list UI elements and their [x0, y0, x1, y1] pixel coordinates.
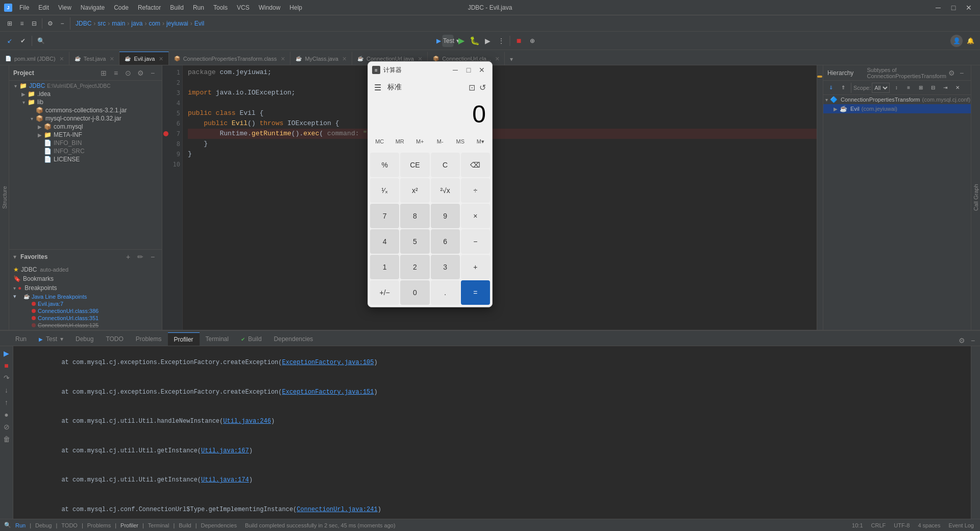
fav-edit-btn[interactable]: ✏: [135, 252, 145, 262]
project-expand-btn[interactable]: ⊞: [99, 68, 109, 78]
bp-evil-7[interactable]: Evil.java:7: [9, 300, 162, 307]
hier-subtypes-btn[interactable]: ⇓: [825, 82, 837, 93]
tab-evil-java[interactable]: ☕ Evil.java ×: [119, 52, 168, 65]
vcs-commit-btn[interactable]: ✔: [17, 35, 29, 46]
bottom-tab-todo[interactable]: TODO: [100, 332, 129, 346]
stop-btn[interactable]: ■: [513, 35, 525, 46]
calc-mc-btn[interactable]: MC: [370, 134, 389, 149]
calc-divide-btn[interactable]: ÷: [461, 178, 490, 203]
more-tabs-btn[interactable]: ▾: [506, 54, 517, 65]
position-indicator[interactable]: 10:1: [850, 522, 865, 528]
tab-pom-xml[interactable]: 📄 pom.xml (JDBC) ×: [0, 52, 69, 65]
tree-item-lib[interactable]: ▾ 📁 lib: [9, 98, 162, 106]
hier-btn1[interactable]: ↕: [891, 82, 902, 93]
collapse-btn[interactable]: ⊟: [29, 18, 40, 29]
run-step-out-btn[interactable]: ↑: [2, 397, 12, 407]
hier-btn4[interactable]: ⊟: [927, 82, 939, 93]
calc-mode-switch-icon[interactable]: ⊡: [469, 83, 475, 92]
tab-conn-transform-close[interactable]: ×: [281, 55, 285, 63]
fav-item-bookmarks[interactable]: 🔖 Bookmarks: [9, 274, 162, 283]
bottom-tab-test-arrow[interactable]: ▾: [60, 335, 63, 343]
breadcrumb-jeyiuwai[interactable]: jeyiuwai: [166, 20, 188, 27]
tree-item-jdbc-root[interactable]: ▾ 📁 JDBC E:\VuIn\IDEA_Project\JDBC: [9, 82, 162, 90]
search-everywhere-btn[interactable]: 🔍: [35, 35, 46, 46]
hier-btn5[interactable]: ⇥: [940, 82, 951, 93]
tab-myclass-java-close[interactable]: ×: [342, 55, 347, 63]
hier-btn2[interactable]: ≡: [903, 82, 914, 93]
debug-status-btn[interactable]: Debug: [35, 522, 52, 528]
tree-item-commons-jar[interactable]: ▶ 📦 commons-collections-3.2.1.jar: [9, 106, 162, 114]
calc-square-btn[interactable]: x²: [400, 178, 429, 203]
attach-debugger-btn[interactable]: ⊕: [527, 35, 538, 46]
more-run-btn[interactable]: ⋮: [496, 35, 507, 46]
calc-8-btn[interactable]: 8: [400, 204, 429, 228]
hierarchy-close-btn[interactable]: −: [957, 68, 967, 78]
calc-0-btn[interactable]: 0: [400, 280, 429, 305]
out-link-4[interactable]: Util.java:167: [201, 447, 249, 454]
menu-navigate[interactable]: Navigate: [77, 3, 109, 12]
calc-6-btn[interactable]: 6: [431, 229, 460, 254]
calc-ce-btn[interactable]: CE: [400, 153, 429, 177]
search-status-icon[interactable]: 🔍: [4, 522, 11, 528]
hier-scope-select[interactable]: All: [872, 83, 890, 93]
calc-close-btn[interactable]: ✕: [476, 65, 488, 75]
calc-backspace-btn[interactable]: ⌫: [461, 153, 490, 177]
tab-test-java-close[interactable]: ×: [110, 55, 114, 63]
close-button[interactable]: ✕: [962, 2, 976, 13]
menu-vcs[interactable]: VCS: [233, 3, 254, 12]
bottom-close-btn[interactable]: −: [968, 335, 978, 346]
run-clear-btn[interactable]: 🗑: [2, 434, 12, 444]
terminal-status-btn[interactable]: Terminal: [148, 522, 169, 528]
bottom-tab-run[interactable]: Run: [9, 332, 33, 346]
todo-status-btn[interactable]: TODO: [61, 522, 78, 528]
calc-maximize-btn[interactable]: □: [462, 65, 475, 75]
fav-remove-btn[interactable]: −: [148, 252, 158, 262]
bottom-tab-debug[interactable]: Debug: [69, 332, 100, 346]
calc-7-btn[interactable]: 7: [370, 204, 399, 228]
tree-item-infosrc[interactable]: ▶ 📄 INFO_SRC: [9, 147, 162, 155]
breadcrumb-src[interactable]: src: [97, 20, 106, 27]
hierarchy-gear-btn[interactable]: ⚙: [946, 68, 957, 78]
out-link-1[interactable]: ExceptionFactory.java:105: [282, 359, 374, 366]
build-status-label[interactable]: Build: [179, 522, 191, 528]
calc-3-btn[interactable]: 3: [431, 255, 460, 279]
tree-item-mysql-jar[interactable]: ▾ 📦 mysql-connector-j-8.0.32.jar: [9, 114, 162, 123]
calc-sqrt-btn[interactable]: ²√x: [431, 178, 460, 203]
settings-gear-icon[interactable]: ⚙: [44, 18, 56, 29]
vcs-update-btn[interactable]: ↙: [4, 35, 15, 46]
project-view-btn[interactable]: ⊞: [4, 18, 15, 29]
run-status-btn[interactable]: Run: [15, 522, 26, 528]
calc-negate-btn[interactable]: +/−: [370, 280, 399, 305]
menu-window[interactable]: Window: [255, 3, 285, 12]
project-gear-btn[interactable]: ⚙: [135, 68, 145, 78]
run-step-into-btn[interactable]: ↓: [2, 385, 12, 395]
project-collapse-all-btn[interactable]: ≡: [111, 68, 121, 78]
calc-5-btn[interactable]: 5: [400, 229, 429, 254]
calc-ms-btn[interactable]: MS: [451, 134, 470, 149]
calc-history-btn[interactable]: ↺: [479, 83, 486, 92]
calc-c-btn[interactable]: C: [431, 153, 460, 177]
run-coverage-btn[interactable]: ▶: [482, 35, 494, 46]
run-step-over-btn[interactable]: ↷: [2, 373, 12, 383]
calc-mplus-btn[interactable]: M+: [410, 134, 430, 149]
bp-connurl-125[interactable]: ConnectionUrl.class:125: [9, 322, 162, 329]
hier-item-conntransform[interactable]: ▾ 🔷 ConnectionPropertiesTransform (com.m…: [823, 95, 971, 104]
breadcrumb-jdbc[interactable]: JDBC: [76, 20, 91, 27]
tree-item-infobin[interactable]: ▶ 📄 INFO_BIN: [9, 139, 162, 147]
out-link-2[interactable]: ExceptionFactory.java:151: [282, 389, 374, 396]
tree-item-license[interactable]: ▶ 📄 LICENSE: [9, 155, 162, 163]
tab-evil-java-close[interactable]: ×: [159, 55, 163, 63]
bp-group-java[interactable]: ▾ ☕ Java Line Breakpoints: [9, 293, 162, 300]
tree-item-idea[interactable]: ▶ 📁 .idea: [9, 90, 162, 98]
breadcrumb-evil[interactable]: Evil: [194, 20, 204, 27]
problems-status-btn[interactable]: Problems: [87, 522, 111, 528]
run-stop-btn[interactable]: ■: [2, 360, 12, 371]
breadcrumb-java[interactable]: java: [131, 20, 142, 27]
calc-reciprocal-btn[interactable]: ¹⁄ₓ: [370, 178, 399, 203]
calc-mminus-btn[interactable]: M-: [431, 134, 450, 149]
project-link-editor-btn[interactable]: ⊙: [123, 68, 133, 78]
code-content[interactable]: package com.jeyiuwai; import java.io.IOE…: [184, 65, 823, 172]
run-output[interactable]: at com.mysql.cj.exceptions.ExceptionFact…: [13, 346, 971, 519]
favorites-header[interactable]: ▾ Favorites + ✏ −: [9, 250, 162, 264]
bottom-gear-btn[interactable]: ⚙: [957, 335, 967, 346]
